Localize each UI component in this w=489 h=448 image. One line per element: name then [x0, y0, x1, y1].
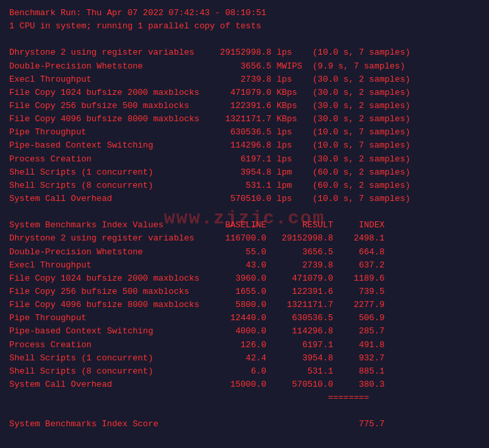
benchmark-row: Dhrystone 2 using register variables 291…	[9, 46, 480, 59]
benchmark-row: Shell Scripts (1 concurrent) 3954.8 lpm …	[9, 166, 480, 179]
index-row: Shell Scripts (1 concurrent) 42.4 3954.8…	[9, 352, 480, 365]
benchmark-row: Double-Precision Whetstone 3656.5 MWIPS …	[9, 60, 480, 73]
benchmark-results: Dhrystone 2 using register variables 291…	[9, 46, 480, 206]
benchmark-row: Pipe-based Context Switching 114296.8 lp…	[9, 139, 480, 152]
benchmark-row: System Call Overhead 570510.0 lps (10.0 …	[9, 192, 480, 206]
benchmark-row: Execl Throughput 2739.8 lps (30.0 s, 2 s…	[9, 73, 480, 86]
index-row: Execl Throughput 43.0 2739.8 637.2	[9, 259, 480, 272]
benchmark-row: Pipe Throughput 630536.5 lps (10.0 s, 7 …	[9, 126, 480, 139]
header-line2: 1 CPU in system; running 1 parallel copy…	[9, 20, 480, 33]
index-row: Dhrystone 2 using register variables 116…	[9, 232, 480, 245]
benchmark-row: File Copy 4096 bufsize 8000 maxblocks 13…	[9, 113, 480, 126]
index-row: Process Creation 126.0 6197.1 491.8	[9, 339, 480, 352]
index-row: File Copy 4096 bufsize 8000 maxblocks 58…	[9, 298, 480, 312]
index-row: Pipe-based Context Switching 4000.0 1142…	[9, 325, 480, 338]
benchmark-row: File Copy 256 bufsize 500 maxblocks 1223…	[9, 99, 480, 113]
benchmark-row: Process Creation 6197.1 lps (30.0 s, 2 s…	[9, 153, 480, 166]
index-row: File Copy 1024 bufsize 2000 maxblocks 39…	[9, 272, 480, 285]
benchmark-row: Shell Scripts (8 concurrent) 531.1 lpm (…	[9, 179, 480, 192]
main-content: www.zjzjc.com Benchmark Run: Thu Apr 07 …	[9, 7, 480, 448]
index-row: Double-Precision Whetstone 55.0 3656.5 6…	[9, 246, 480, 259]
index-row: System Call Overhead 15000.0 570510.0 38…	[9, 378, 480, 391]
score-line: System Benchmarks Index Score 775.7	[9, 418, 480, 431]
separator-line: ========	[9, 391, 480, 405]
index-header-row: System Benchmarks Index Values BASELINE …	[9, 219, 480, 232]
index-table-rows: Dhrystone 2 using register variables 116…	[9, 232, 480, 391]
index-table-header: System Benchmarks Index Values BASELINE …	[9, 219, 480, 232]
benchmark-row: File Copy 1024 bufsize 2000 maxblocks 47…	[9, 86, 480, 99]
index-row: Pipe Throughput 12440.0 630536.5 506.9	[9, 312, 480, 325]
index-row: Shell Scripts (8 concurrent) 6.0 531.1 8…	[9, 365, 480, 378]
index-row: File Copy 256 bufsize 500 maxblocks 1655…	[9, 285, 480, 298]
header-line1: Benchmark Run: Thu Apr 07 2022 07:42:43 …	[9, 7, 480, 20]
